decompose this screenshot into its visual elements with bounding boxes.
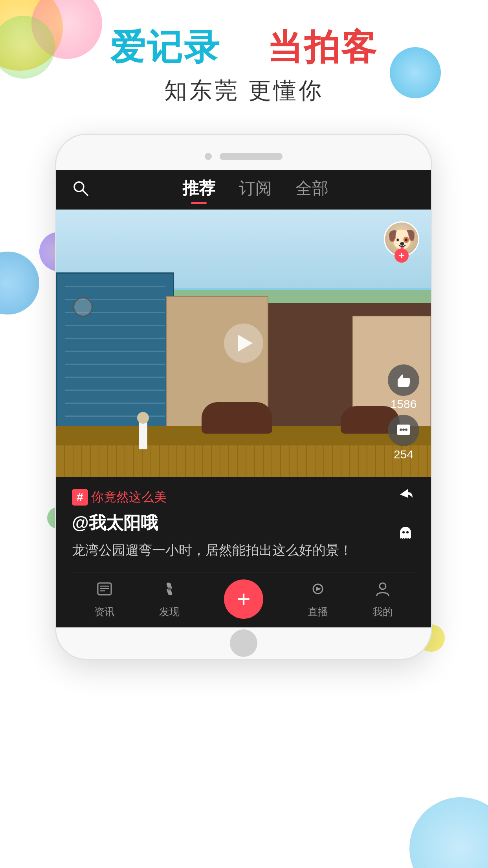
phone-bottom-bar — [56, 627, 431, 659]
video-container: + 1586 — [56, 210, 431, 477]
header-sub-slogan: 知东莞 更懂你 — [0, 75, 488, 106]
app-content: 推荐 订阅 全部 — [56, 170, 431, 627]
hash-icon: # — [72, 489, 88, 506]
mine-label: 我的 — [372, 605, 393, 619]
news-label: 资讯 — [94, 605, 115, 619]
tab-all[interactable]: 全部 — [295, 177, 328, 202]
svg-point-4 — [402, 428, 405, 431]
phone-camera-dot — [205, 153, 212, 160]
user-avatar-container: + — [384, 221, 419, 257]
comment-action[interactable]: 254 — [388, 415, 419, 461]
header-section: 爱记录 当拍客 知东莞 更懂你 — [0, 24, 488, 106]
svg-point-8 — [402, 531, 405, 533]
svg-point-9 — [406, 531, 409, 533]
follow-button[interactable]: + — [394, 248, 409, 263]
live-label: 直播 — [308, 605, 328, 619]
below-video-section: # 你竟然这么美 @我太阳哦 龙湾公园遛弯一小时，居然能拍出这么好的景！ — [56, 477, 431, 627]
share-button[interactable] — [392, 481, 419, 508]
tab-subscribe[interactable]: 订阅 — [239, 177, 272, 202]
play-triangle-icon — [238, 335, 253, 352]
like-action[interactable]: 1586 — [388, 364, 419, 411]
search-icon[interactable] — [72, 180, 95, 200]
discover-label: 发现 — [159, 605, 180, 619]
discover-icon — [160, 580, 178, 602]
video-description: 龙湾公园遛弯一小时，居然能拍出这么好的景！ — [72, 540, 415, 560]
header-slogan: 爱记录 当拍客 — [0, 24, 488, 72]
svg-line-1 — [83, 190, 88, 195]
svg-point-5 — [405, 428, 407, 431]
decoration-blob-blue-left — [0, 252, 39, 314]
below-right-actions — [392, 481, 419, 548]
video-deck — [56, 445, 431, 477]
video-clock — [73, 297, 93, 317]
phone-top-bar — [56, 135, 431, 170]
nav-bar: 推荐 订阅 全部 — [56, 170, 431, 210]
svg-point-3 — [400, 428, 402, 431]
video-tag-text: 你竟然这么美 — [91, 489, 167, 506]
video-tag-container: # 你竟然这么美 — [72, 489, 167, 506]
ghost-button[interactable] — [392, 520, 419, 548]
mine-icon — [374, 580, 392, 602]
like-count: 1586 — [391, 397, 417, 411]
bottom-nav: 资讯 发现 + — [72, 572, 415, 627]
play-button[interactable] — [224, 324, 263, 363]
comment-icon — [388, 415, 419, 446]
phone-speaker-bar — [220, 153, 283, 160]
slogan-left: 爱记录 — [110, 28, 221, 67]
slogan-right: 当拍客 — [267, 28, 378, 67]
video-shrub-1 — [202, 402, 272, 434]
comment-count: 254 — [394, 448, 413, 461]
nav-mine[interactable]: 我的 — [372, 580, 393, 619]
video-figure — [135, 410, 150, 449]
svg-point-16 — [380, 583, 386, 589]
phone-mockup: 推荐 订阅 全部 — [55, 134, 432, 660]
phone-home-button[interactable] — [230, 629, 257, 657]
nav-news[interactable]: 资讯 — [94, 580, 115, 619]
like-icon — [388, 364, 419, 396]
video-author[interactable]: @我太阳哦 — [72, 511, 415, 535]
nav-tabs: 推荐 订阅 全部 — [182, 177, 328, 202]
nav-discover[interactable]: 发现 — [159, 580, 180, 619]
add-button[interactable]: + — [224, 579, 263, 619]
add-icon: + — [237, 587, 250, 611]
video-building-left — [56, 272, 174, 438]
tab-recommend[interactable]: 推荐 — [182, 177, 215, 202]
decoration-blob-blue-bottom — [409, 797, 488, 868]
nav-live[interactable]: 直播 — [308, 580, 328, 619]
svg-point-14 — [168, 587, 171, 590]
news-icon — [95, 580, 114, 602]
live-icon — [309, 580, 327, 602]
action-sidebar: 1586 254 — [388, 364, 419, 461]
